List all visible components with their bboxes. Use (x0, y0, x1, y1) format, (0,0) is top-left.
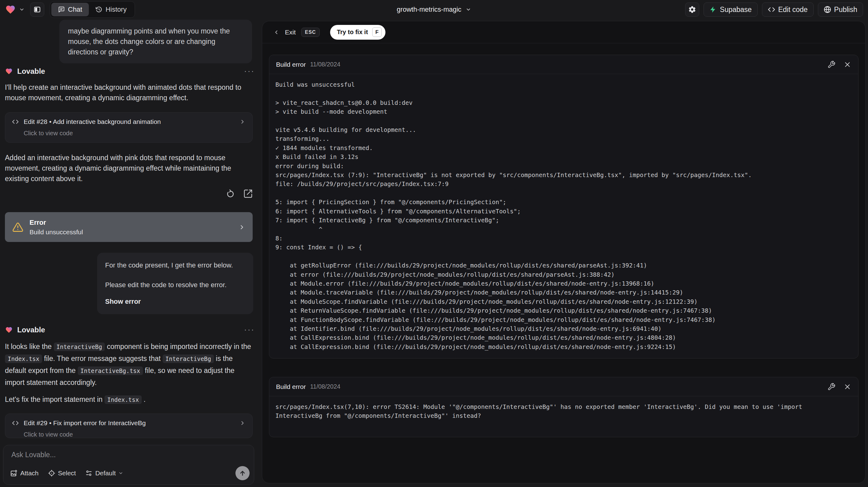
try-to-fix-label: Try to fix it (337, 29, 368, 36)
inline-code: Index.tsx (5, 355, 42, 363)
inline-code: Index.tsx (104, 395, 142, 404)
tab-history-label: History (105, 5, 126, 13)
mode-label: Default (95, 469, 116, 477)
select-button[interactable]: Select (48, 469, 76, 477)
chat-column: maybe diagramming points and when you mo… (0, 19, 260, 487)
sliders-icon (85, 469, 93, 477)
wrench-icon (828, 383, 835, 391)
fix-wrench-button[interactable] (828, 61, 835, 68)
publish-label: Publish (834, 5, 857, 14)
close-error-button[interactable] (843, 383, 851, 391)
tab-chat[interactable]: Chat (51, 3, 89, 16)
text-segment: file. The error message suggests that (42, 355, 163, 363)
restore-icon (226, 189, 236, 199)
assistant-header-1: Lovable ··· (5, 66, 255, 76)
external-link-icon (243, 189, 253, 199)
edit-code-button[interactable]: Edit code (762, 2, 814, 17)
project-chevron-down-icon (466, 7, 471, 12)
attach-label: Attach (20, 469, 39, 477)
user-message-2: For the code present, I get the error be… (97, 253, 253, 314)
code-brackets-icon (768, 6, 775, 13)
close-error-button[interactable] (843, 61, 851, 68)
sidebar-toggle-button[interactable] (30, 2, 44, 17)
chat-bubble-icon (58, 6, 65, 13)
close-icon (843, 383, 851, 391)
try-to-fix-button[interactable]: Try to fix it F (330, 25, 385, 40)
chevron-right-icon (240, 420, 246, 426)
show-error-link[interactable]: Show error (105, 297, 245, 306)
build-error-2-title: Build error (276, 383, 306, 391)
edit-29-title: Edit #29 • Fix import error for Interact… (24, 419, 146, 427)
message-menu-button[interactable]: ··· (244, 66, 255, 76)
build-error-2-body: src/pages/Index.tsx(7,10): error TS2614:… (269, 396, 858, 427)
top-bar-left: Chat History (0, 1, 135, 18)
build-error-1-title: Build error (276, 61, 306, 68)
lovable-heart-icon (5, 326, 13, 334)
edit-code-label: Edit code (778, 5, 808, 14)
error-banner-title: Error (30, 219, 83, 226)
build-error-1-body: Build was unsuccessful > vite_react_shad… (269, 74, 858, 358)
error-fix-panel: Exit ESC Try to fix it F Build error 11/… (262, 21, 866, 483)
chevron-right-icon (240, 119, 246, 125)
supabase-label: Supabase (720, 5, 752, 14)
chevron-left-icon[interactable] (273, 29, 279, 35)
code-brackets-icon (12, 420, 19, 426)
warning-triangle-icon (12, 222, 23, 233)
edit-28-title: Edit #28 • Add interactive background an… (24, 118, 161, 125)
build-error-panel-2: Build error 11/08/2024 src (269, 377, 859, 437)
message-menu-button[interactable]: ··· (244, 325, 255, 335)
chevron-right-icon (239, 224, 245, 231)
attach-button[interactable]: Attach (10, 469, 39, 477)
top-bar-right: Supabase Edit code Publish (685, 2, 863, 17)
tab-history[interactable]: History (89, 3, 133, 16)
build-error-1-header: Build error 11/08/2024 (269, 55, 858, 74)
fix-wrench-button[interactable] (828, 383, 835, 391)
open-preview-button[interactable] (243, 189, 253, 199)
chevron-down-icon (118, 471, 123, 476)
logo-chevron-down-icon[interactable] (19, 7, 25, 12)
text-segment: . (142, 395, 146, 403)
project-name: growth-metrics-magic (397, 5, 461, 13)
select-label: Select (58, 469, 76, 477)
composer-toolbar: Attach Select Default (10, 466, 250, 480)
code-brackets-icon (12, 118, 19, 125)
history-clock-icon (96, 6, 102, 13)
fix-panel-header: Exit ESC Try to fix it F (262, 21, 865, 43)
top-bar: Chat History growth-metrics-magic (0, 0, 868, 19)
exit-button[interactable]: Exit (285, 29, 296, 36)
lovable-app: Chat History growth-metrics-magic (0, 0, 868, 487)
f-key-badge: F (372, 27, 382, 37)
chat-input[interactable] (11, 451, 239, 468)
send-button[interactable] (236, 466, 250, 480)
restore-version-button[interactable] (226, 189, 236, 199)
assistant-summary-text: Added an interactive background with pin… (5, 152, 253, 184)
error-banner-subtitle: Build unsuccessful (30, 229, 83, 236)
edit-29-subtitle: Click to view code (24, 431, 246, 438)
ts-error-message: src/pages/Index.tsx(7,10): error TS2614:… (275, 402, 852, 421)
edit-28-subtitle: Click to view code (24, 130, 246, 137)
supabase-button[interactable]: Supabase (704, 2, 758, 17)
assistant-fix-explanation: It looks like the InteractiveBg componen… (5, 341, 253, 388)
build-log: Build was unsuccessful > vite_react_shad… (275, 80, 852, 352)
message-actions (226, 189, 253, 199)
esc-key-badge: ESC (301, 28, 320, 37)
user-message-1: maybe diagramming points and when you mo… (59, 20, 252, 63)
build-error-banner[interactable]: Error Build unsuccessful (5, 212, 253, 242)
assistant-header-2: Lovable ··· (5, 325, 255, 335)
mode-dropdown[interactable]: Default (85, 469, 124, 477)
text-segment: Let's fix the import statement in (5, 395, 104, 403)
user-message-2-line1: For the code present, I get the error be… (105, 261, 245, 270)
globe-icon (824, 6, 831, 13)
settings-button[interactable] (685, 2, 699, 17)
edit-29-card[interactable]: Edit #29 • Fix import error for Interact… (5, 414, 253, 438)
text-segment: component is being imported incorrectly … (105, 342, 251, 351)
publish-button[interactable]: Publish (818, 2, 863, 17)
edit-28-card[interactable]: Edit #28 • Add interactive background an… (5, 112, 253, 143)
text-segment: It looks like the (5, 342, 54, 351)
lovable-logo-heart-icon[interactable] (5, 4, 16, 15)
lovable-heart-icon (5, 68, 13, 75)
gear-icon (688, 5, 696, 13)
inline-code: InteractiveBg (54, 342, 105, 351)
project-switcher[interactable]: growth-metrics-magic (397, 0, 471, 19)
assistant-name: Lovable (17, 326, 45, 334)
